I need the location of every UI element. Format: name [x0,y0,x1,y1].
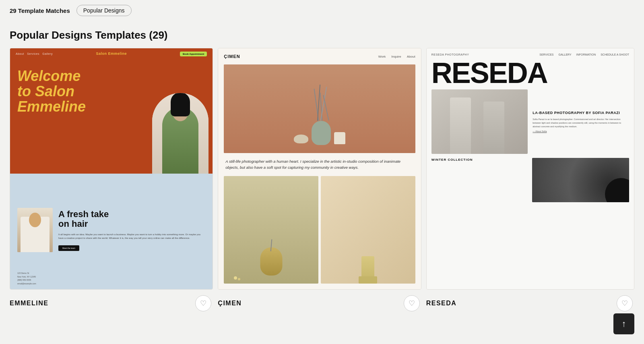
reseda-bottom-image [532,158,629,202]
emmeline-badge: Book Appointment [180,52,207,56]
cimen-logo: ÇIMEN [224,54,240,59]
reseda-footer: RESEDA ♡ [426,290,634,317]
cimen-hero-image [224,64,415,153]
emmeline-arch-graphic [152,93,208,174]
emmeline-body: It all begins with an idea. Maybe you wa… [58,233,205,240]
reseda-nav: RESEDA PHOTOGRAPHY SERVICES GALLERY INFO… [431,53,629,56]
emmeline-brand: Salon Emmeline [96,52,127,56]
reseda-mid-section: LA-BASED PHOTOGRAPHY BY SOFIA PARAZI Sof… [431,89,629,154]
scroll-to-top-button[interactable]: ↑ [613,313,634,334]
emmeline-text-block: A fresh takeon hair It all begins with a… [58,209,205,251]
reseda-bottom-left: WINTER COLLECTION [431,158,528,202]
reseda-favorite-button[interactable]: ♡ [617,295,633,311]
reseda-nav-left: RESEDA PHOTOGRAPHY [431,53,469,56]
cimen-favorite-button[interactable]: ♡ [404,295,420,311]
cimen-nav-work: Work [378,55,386,58]
template-card-reseda: RESEDA PHOTOGRAPHY SERVICES GALLERY INFO… [426,48,634,317]
reseda-big-title: RESEDA [431,60,629,86]
emmeline-favorite-button[interactable]: ♡ [195,295,211,311]
reseda-collection-label: WINTER COLLECTION [431,158,528,162]
reseda-portrait-image [431,89,528,154]
reseda-bottom-section: WINTER COLLECTION [431,158,629,202]
template-preview-emmeline[interactable]: About Services Gallery Salon Emmeline Bo… [10,48,213,290]
cimen-two-col [224,176,415,284]
reseda-information: INFORMATION [576,53,596,56]
emmeline-cta: Meet the team [58,245,79,251]
reseda-desc: Sofia Parazi is an la based photographer… [533,118,629,128]
scroll-top-icon: ↑ [622,319,626,329]
emmeline-footer-info: 123 Demo StNew York, NY 12345(888) 555-5… [17,271,36,285]
template-preview-cimen[interactable]: ÇIMEN Work Inquire About [218,48,421,290]
reseda-right-text: LA-BASED PHOTOGRAPHY BY SOFIA PARAZI Sof… [533,89,629,154]
reseda-subtitle: LA-BASED PHOTOGRAPHY BY SOFIA PARAZI [533,111,629,116]
emmeline-subhead: A fresh takeon hair [58,209,205,229]
reseda-services: SERVICES [539,53,553,56]
cimen-body-text: A still-life photographer with a human h… [224,159,415,170]
reseda-nav-right: SERVICES GALLERY INFORMATION SCHEDULE A … [539,53,629,56]
filter-pill[interactable]: Popular Designs [76,5,132,16]
reseda-schedule: SCHEDULE A SHOOT [601,53,629,56]
cimen-name: ÇIMEN [218,300,242,307]
section-title: Popular Designs Templates (29) [0,21,644,48]
match-count: 29 Template Matches [10,7,70,14]
cimen-right-image [321,176,415,284]
template-card-emmeline: About Services Gallery Salon Emmeline Bo… [10,48,218,317]
emmeline-footer: EMMELINE ♡ [10,290,213,317]
reseda-gallery: GALLERY [559,53,572,56]
top-bar: 29 Template Matches Popular Designs [0,0,644,21]
emmeline-headline: Welcometo SalonEmmeline [17,54,86,114]
cimen-footer: ÇIMEN ♡ [218,290,421,317]
emmeline-name: EMMELINE [10,300,48,307]
reseda-more-link: — About Sofia [533,130,629,133]
emmeline-portrait [17,208,53,252]
cimen-nav-links: Work Inquire About [378,55,415,58]
template-card-cimen: ÇIMEN Work Inquire About [218,48,426,317]
cimen-left-image [224,176,318,284]
template-preview-reseda[interactable]: RESEDA PHOTOGRAPHY SERVICES GALLERY INFO… [426,48,634,290]
template-grid: About Services Gallery Salon Emmeline Bo… [0,48,644,317]
cimen-nav-about: About [407,55,415,58]
cimen-nav: ÇIMEN Work Inquire About [224,54,415,59]
cimen-nav-inquire: Inquire [391,55,401,58]
reseda-name: RESEDA [426,300,457,307]
